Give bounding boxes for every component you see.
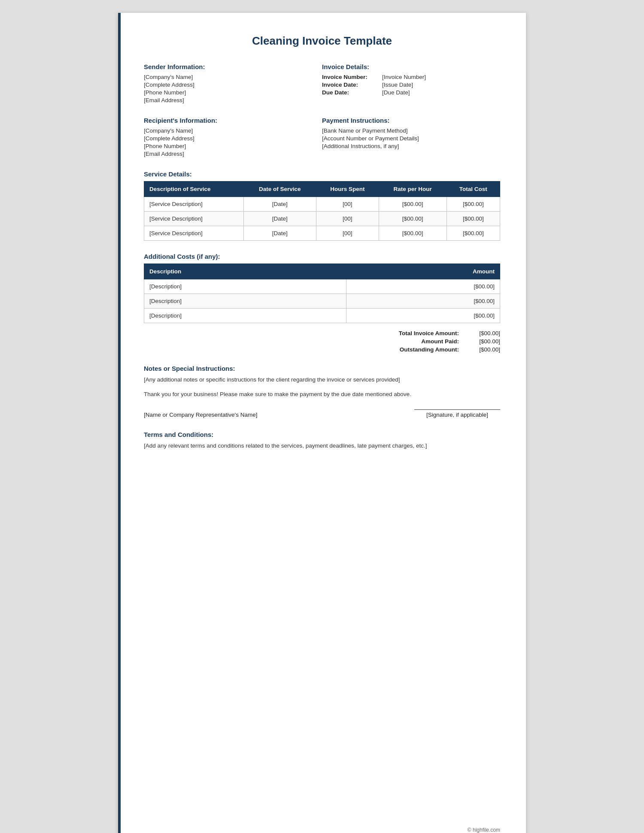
service-table: Description of Service Date of Service H…	[144, 181, 500, 241]
amount-paid-label: Amount Paid:	[380, 338, 466, 345]
col-hours: Hours Spent	[316, 182, 379, 197]
payment-line-3: [Additional Instructions, if any]	[322, 143, 500, 149]
recipient-payment-section: Recipient's Information: [Company's Name…	[144, 117, 500, 158]
invoice-page: Cleaning Invoice Template Sender Informa…	[118, 13, 526, 833]
page-title: Cleaning Invoice Template	[144, 34, 500, 48]
service-row-1: [Service Description] [Date] [00] [$00.0…	[144, 197, 500, 212]
additional-desc-1: [Description]	[144, 279, 346, 294]
additional-amount-1: [$00.00]	[346, 279, 500, 294]
due-date-row: Due Date: [Due Date]	[322, 89, 500, 96]
col-date: Date of Service	[243, 182, 316, 197]
invoice-number-value: [Invoice Number]	[382, 74, 426, 80]
additional-col-amount: Amount	[346, 264, 500, 279]
invoice-date-label: Invoice Date:	[322, 82, 382, 88]
additional-amount-2: [$00.00]	[346, 294, 500, 309]
notes-heading: Notes or Special Instructions:	[144, 365, 500, 372]
col-description: Description of Service	[144, 182, 244, 197]
service-table-header-row: Description of Service Date of Service H…	[144, 182, 500, 197]
footer: © highfile.com	[468, 827, 500, 833]
additional-costs-section: Additional Costs (if any): Description A…	[144, 253, 500, 353]
additional-costs-heading: Additional Costs (if any):	[144, 253, 500, 260]
terms-section: Terms and Conditions: [Add any relevant …	[144, 431, 500, 450]
col-total: Total Cost	[447, 182, 500, 197]
outstanding-value: [$00.00]	[466, 346, 500, 353]
due-date-label: Due Date:	[322, 89, 382, 96]
payment-instructions-heading: Payment Instructions:	[322, 117, 500, 124]
invoice-date-row: Invoice Date: [Issue Date]	[322, 82, 500, 88]
service-total-2: [$00.00]	[447, 212, 500, 226]
payment-instructions-section: Payment Instructions: [Bank Name or Paym…	[322, 117, 500, 158]
signature-row: [Name or Company Representative's Name] …	[144, 409, 500, 418]
amount-paid-value: [$00.00]	[466, 338, 500, 345]
additional-amount-3: [$00.00]	[346, 309, 500, 323]
service-rate-1: [$00.00]	[379, 197, 447, 212]
terms-text: [Add any relevant terms and conditions r…	[144, 442, 500, 450]
copyright: © highfile.com	[468, 827, 500, 833]
service-total-1: [$00.00]	[447, 197, 500, 212]
additional-table: Description Amount [Description] [$00.00…	[144, 264, 500, 323]
service-details-section: Service Details: Description of Service …	[144, 170, 500, 241]
recipient-line-2: [Complete Address]	[144, 135, 304, 142]
service-desc-2: [Service Description]	[144, 212, 244, 226]
service-total-3: [$00.00]	[447, 226, 500, 241]
service-details-heading: Service Details:	[144, 170, 500, 178]
service-rate-2: [$00.00]	[379, 212, 447, 226]
service-row-3: [Service Description] [Date] [00] [$00.0…	[144, 226, 500, 241]
service-date-2: [Date]	[243, 212, 316, 226]
notes-text: [Any additional notes or specific instru…	[144, 376, 500, 384]
total-invoice-row: Total Invoice Amount: [$00.00]	[144, 330, 500, 336]
recipient-heading: Recipient's Information:	[144, 117, 304, 124]
due-date-value: [Due Date]	[382, 89, 410, 96]
notes-section: Notes or Special Instructions: [Any addi…	[144, 365, 500, 418]
amount-paid-row: Amount Paid: [$00.00]	[144, 338, 500, 345]
additional-row-3: [Description] [$00.00]	[144, 309, 500, 323]
sender-invoice-section: Sender Information: [Company's Name] [Co…	[144, 63, 500, 105]
sender-line-4: [Email Address]	[144, 97, 304, 103]
additional-table-header-row: Description Amount	[144, 264, 500, 279]
invoice-details-heading: Invoice Details:	[322, 63, 500, 70]
thank-you-text: Thank you for your business! Please make…	[144, 390, 500, 399]
service-hours-3: [00]	[316, 226, 379, 241]
terms-heading: Terms and Conditions:	[144, 431, 500, 438]
service-rate-3: [$00.00]	[379, 226, 447, 241]
service-date-3: [Date]	[243, 226, 316, 241]
service-row-2: [Service Description] [Date] [00] [$00.0…	[144, 212, 500, 226]
sender-section: Sender Information: [Company's Name] [Co…	[144, 63, 304, 105]
totals-section: Total Invoice Amount: [$00.00] Amount Pa…	[144, 330, 500, 353]
col-rate: Rate per Hour	[379, 182, 447, 197]
sender-line-3: [Phone Number]	[144, 89, 304, 96]
signature-label: [Signature, if applicable]	[414, 409, 500, 418]
invoice-number-row: Invoice Number: [Invoice Number]	[322, 74, 500, 80]
service-hours-1: [00]	[316, 197, 379, 212]
additional-col-description: Description	[144, 264, 346, 279]
service-desc-3: [Service Description]	[144, 226, 244, 241]
recipient-line-4: [Email Address]	[144, 151, 304, 157]
invoice-number-label: Invoice Number:	[322, 74, 382, 80]
recipient-line-3: [Phone Number]	[144, 143, 304, 149]
outstanding-row: Outstanding Amount: [$00.00]	[144, 346, 500, 353]
total-invoice-label: Total Invoice Amount:	[380, 330, 466, 336]
invoice-date-value: [Issue Date]	[382, 82, 413, 88]
service-date-1: [Date]	[243, 197, 316, 212]
additional-desc-2: [Description]	[144, 294, 346, 309]
sender-heading: Sender Information:	[144, 63, 304, 70]
payment-line-1: [Bank Name or Payment Method]	[322, 127, 500, 134]
recipient-line-1: [Company's Name]	[144, 127, 304, 134]
additional-row-1: [Description] [$00.00]	[144, 279, 500, 294]
outstanding-label: Outstanding Amount:	[380, 346, 466, 353]
sender-line-2: [Complete Address]	[144, 82, 304, 88]
rep-name: [Name or Company Representative's Name]	[144, 412, 257, 418]
recipient-section: Recipient's Information: [Company's Name…	[144, 117, 304, 158]
invoice-details-section: Invoice Details: Invoice Number: [Invoic…	[322, 63, 500, 105]
sender-line-1: [Company's Name]	[144, 74, 304, 80]
service-desc-1: [Service Description]	[144, 197, 244, 212]
additional-desc-3: [Description]	[144, 309, 346, 323]
payment-line-2: [Account Number or Payment Details]	[322, 135, 500, 142]
service-hours-2: [00]	[316, 212, 379, 226]
total-invoice-value: [$00.00]	[466, 330, 500, 336]
additional-row-2: [Description] [$00.00]	[144, 294, 500, 309]
